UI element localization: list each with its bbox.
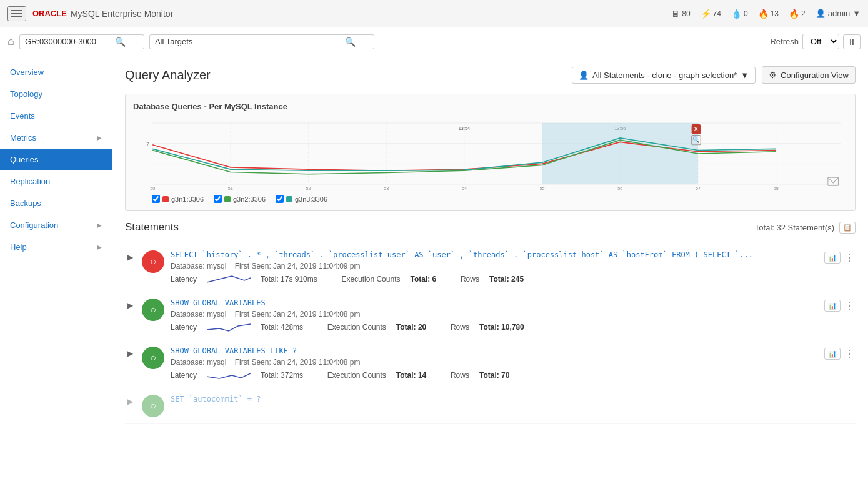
sidebar-item-replication[interactable]: Replication [0, 170, 112, 192]
detail-icon-2: 📊 [828, 302, 837, 309]
svg-text:56: 56 [617, 185, 622, 191]
stmt-detail-button-1[interactable]: 📊 [824, 252, 841, 264]
pause-button[interactable]: ⏸ [843, 34, 861, 49]
legend-g3n1-label: g3n1:3306 [171, 195, 204, 203]
latency-label-3: Latency [171, 371, 197, 380]
svg-text:✕: ✕ [694, 126, 699, 132]
stmt-stats-2: Latency Total: 428ms Execution Counts To… [171, 321, 818, 333]
stmt-actions-3: 📊 ⋮ [824, 347, 856, 360]
refresh-select[interactable]: Off 30s 1m 5m [802, 34, 839, 49]
targets-input[interactable] [155, 37, 342, 46]
refresh-label: Refresh [770, 37, 799, 46]
sidebar-item-events[interactable]: Events [0, 105, 112, 127]
chart-legend: g3n1:3306 g3n2:3306 g3n3:3306 [133, 195, 847, 203]
sidebar-item-queries[interactable]: Queries [0, 149, 112, 170]
rows-total-3: Total: 70 [479, 371, 509, 380]
fire2-badge: 🔥 2 [789, 9, 806, 19]
statement-row-1: ▶ ○ SELECT `history` . * , `threads` . `… [125, 244, 856, 292]
help-arrow-icon: ▶ [97, 244, 102, 250]
svg-text:52: 52 [306, 185, 311, 191]
copy-button[interactable]: 📋 [839, 222, 856, 234]
stmt-query-4[interactable]: SET `autocommit` = ? [171, 395, 856, 403]
stmt-stats-3: Latency Total: 372ms Execution Counts To… [171, 369, 818, 382]
stmt-menu-button-1[interactable]: ⋮ [843, 252, 856, 264]
refresh-wrap: Refresh Off 30s 1m 5m ⏸ [770, 34, 861, 49]
exec-label-1: Execution Counts [341, 275, 400, 284]
statement-row-2: ▶ ○ SHOW GLOBAL VARIABLES Database: mysq… [125, 292, 856, 340]
svg-text:54: 54 [462, 185, 467, 191]
legend-g3n2-checkbox[interactable] [214, 195, 222, 203]
chart-svg: 7 50 51 52 53 54 55 56 57 58 13:54 13:56 [133, 116, 847, 191]
svg-text:51: 51 [228, 185, 233, 191]
db-value-2: mysql [207, 310, 226, 319]
sidebar-item-configuration[interactable]: Configuration ▶ [0, 214, 112, 236]
stmt-query-1[interactable]: SELECT `history` . * , `threads` . `proc… [171, 250, 818, 259]
configuration-view-button[interactable]: ⚙ Configuration View [762, 66, 856, 84]
legend-g3n1-checkbox[interactable] [152, 195, 160, 203]
exec-label-2: Execution Counts [327, 323, 386, 332]
svg-text:50: 50 [150, 185, 155, 191]
fire-badge: 🔥 13 [758, 9, 779, 19]
rows-label-2: Rows [451, 323, 469, 332]
sidebar-item-backups[interactable]: Backups [0, 192, 112, 214]
fire2-count: 2 [801, 9, 806, 18]
first-seen-value-2: Jan 24, 2019 11:04:08 pm [273, 310, 360, 319]
home-button[interactable]: ⌂ [7, 35, 14, 48]
stmt-detail-button-2[interactable]: 📊 [824, 300, 841, 312]
expand-button-2[interactable]: ▶ [125, 300, 136, 311]
first-seen-label-1: First Seen: [235, 262, 273, 270]
legend-g3n3: g3n3:3306 [276, 195, 327, 203]
db-label-2: Database: [171, 310, 207, 319]
sidebar-item-help[interactable]: Help ▶ [0, 236, 112, 258]
warning-badge: ⚡ 74 [701, 9, 721, 19]
query-search-input[interactable] [25, 37, 112, 46]
legend-g3n2-dot [224, 196, 231, 202]
targets-search-icon[interactable]: 🔍 [345, 37, 356, 47]
expand-button-3[interactable]: ▶ [125, 348, 136, 359]
expand-button-4[interactable]: ▶ [125, 396, 136, 407]
query-search-icon[interactable]: 🔍 [115, 37, 126, 47]
sidebar-item-metrics[interactable]: Metrics ▶ [0, 127, 112, 149]
chart-selection[interactable] [542, 123, 698, 184]
chart-area: 7 50 51 52 53 54 55 56 57 58 13:54 13:56 [133, 116, 847, 191]
db-label-3: Database: [171, 358, 207, 367]
hamburger-menu[interactable] [7, 6, 26, 21]
searchbar: ⌂ 🔍 🔍 Refresh Off 30s 1m 5m ⏸ [0, 27, 868, 56]
warning-icon: ⚡ [701, 9, 711, 19]
monitor-count: 80 [682, 9, 690, 18]
sidebar-item-label: Events [10, 111, 35, 121]
first-seen-value-3: Jan 24, 2019 11:04:08 pm [273, 358, 360, 367]
stmt-actions-1: 📊 ⋮ [824, 250, 856, 264]
svg-text:58: 58 [774, 185, 779, 191]
sidebar-item-label: Queries [10, 155, 39, 164]
expand-button-1[interactable]: ▶ [125, 252, 136, 263]
rows-total-2: Total: 10,780 [479, 323, 524, 332]
stmt-meta-3: Database: mysql First Seen: Jan 24, 2019… [171, 358, 818, 367]
legend-g3n3-checkbox[interactable] [276, 195, 284, 203]
detail-icon-1: 📊 [828, 254, 837, 261]
sidebar-item-label: Configuration [10, 220, 58, 230]
stmt-detail-button-3[interactable]: 📊 [824, 348, 841, 360]
sidebar: Overview Topology Events Metrics ▶ Queri… [0, 56, 112, 479]
admin-label: admin [828, 9, 850, 18]
stmt-query-3[interactable]: SHOW GLOBAL VARIABLES LIKE ? [171, 347, 818, 355]
stmt-menu-button-3[interactable]: ⋮ [843, 348, 856, 360]
sidebar-item-overview[interactable]: Overview [0, 61, 112, 83]
fire2-icon: 🔥 [789, 9, 799, 19]
statement-row-4: ▶ ○ SET `autocommit` = ? [125, 388, 856, 424]
svg-text:55: 55 [540, 185, 545, 191]
stmt-menu-button-2[interactable]: ⋮ [843, 300, 856, 312]
legend-g3n3-dot [286, 196, 292, 202]
admin-button[interactable]: 👤 admin ▼ [816, 9, 861, 18]
sidebar-item-topology[interactable]: Topology [0, 83, 112, 105]
layout: Overview Topology Events Metrics ▶ Queri… [0, 56, 868, 479]
metrics-arrow-icon: ▶ [97, 134, 102, 141]
statements-dropdown[interactable]: 👤 All Statements - clone - graph selecti… [572, 67, 756, 84]
rows-total-1: Total: 245 [489, 275, 524, 284]
stmt-query-2[interactable]: SHOW GLOBAL VARIABLES [171, 299, 818, 307]
statements-total: Total: 32 Statement(s) 📋 [755, 222, 856, 234]
svg-text:🔍: 🔍 [692, 136, 700, 144]
legend-g3n1-dot [162, 196, 169, 202]
brand-text: MySQL Enterprise Monitor [71, 9, 173, 19]
stmt-circle-3: ○ [142, 347, 164, 369]
